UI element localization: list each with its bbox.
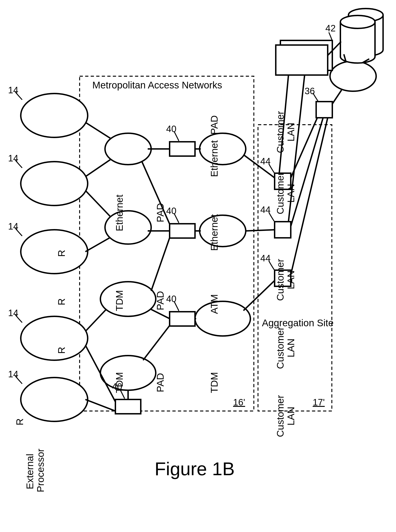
pad-2-label: PAD	[155, 290, 166, 311]
ethernet-right-label: Ethernet	[114, 191, 125, 235]
ethernet-left-1-label: Ethernet	[209, 211, 220, 254]
pad-ref-3: 40	[166, 294, 176, 304]
ethernet-left-2-label: Ethernet	[209, 137, 220, 181]
customer-lan-1-label: Customer LAN	[275, 394, 296, 438]
r-ref-2: 44	[260, 205, 271, 215]
cust-ref-4: 14	[8, 308, 18, 318]
pad-1-label: PAD	[155, 372, 166, 393]
atm-left-label: ATM	[209, 286, 220, 323]
pad-ref-2: 40	[166, 206, 176, 216]
svg-point-22	[330, 61, 376, 91]
customer-lan-2-label: Customer LAN	[275, 326, 296, 370]
r-core-ref: 36	[305, 86, 315, 96]
svg-line-50	[332, 90, 342, 104]
r-ref-1: 44	[260, 156, 271, 166]
cust-ref-1: 14	[8, 85, 18, 95]
cust-ref-2: 14	[8, 153, 18, 164]
pad-ref-4: 40	[112, 381, 122, 392]
tdm-right-2-label: TDM	[114, 282, 125, 319]
svg-point-24	[340, 15, 375, 28]
pad-3-label: PAD	[155, 202, 166, 223]
cust-ref-3: 14	[8, 221, 18, 232]
cust-ref-5: 14	[8, 369, 18, 379]
ext-ref: 42	[325, 23, 336, 34]
customer-lan-5-label: Customer LAN	[275, 110, 296, 154]
pad-4-label: PAD	[209, 114, 220, 135]
r-ref-3: 44	[260, 253, 271, 263]
pad-ref-1: 40	[166, 124, 176, 134]
tdm-left-label: TDM	[209, 364, 220, 401]
customer-lan-3-label: Customer LAN	[275, 258, 296, 302]
customer-lan-4-label: Customer LAN	[275, 171, 296, 215]
